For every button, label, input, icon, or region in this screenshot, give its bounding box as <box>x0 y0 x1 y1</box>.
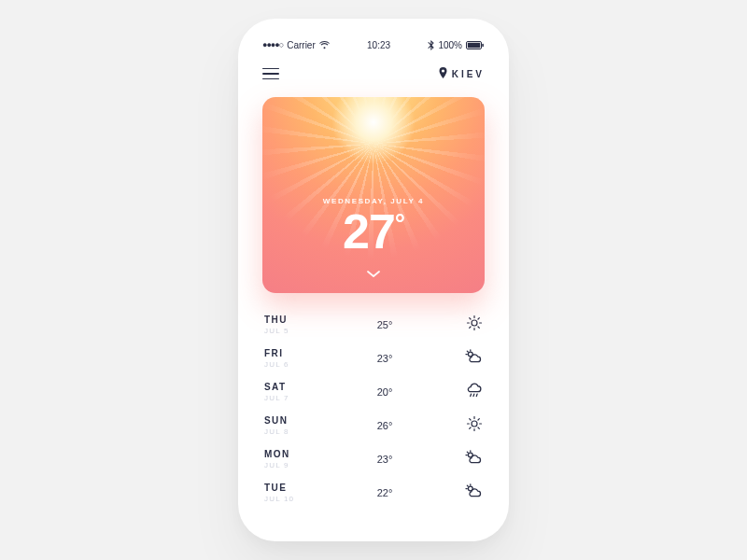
location-button[interactable]: KIEV <box>439 67 485 80</box>
phone-frame: ●●●●○ Carrier 10:23 100% KIEV <box>238 19 509 541</box>
forecast-row[interactable]: FRIJUL 623° <box>262 342 485 375</box>
svg-point-3 <box>472 320 477 326</box>
forecast-day-label: SUN <box>264 415 309 426</box>
forecast-temperature: 20° <box>309 386 460 398</box>
forecast-date-label: JUL 5 <box>264 327 309 335</box>
svg-line-11 <box>478 318 479 319</box>
forecast-temperature: 23° <box>309 454 460 465</box>
status-bar: ●●●●○ Carrier 10:23 100% <box>262 37 485 52</box>
location-label: KIEV <box>452 69 485 79</box>
forecast-day-label: THU <box>264 315 309 325</box>
clock-label: 10:23 <box>367 40 390 50</box>
partly-cloudy-icon <box>460 483 483 502</box>
svg-line-35 <box>467 485 468 486</box>
status-right: 100% <box>428 40 485 50</box>
svg-rect-2 <box>482 43 484 46</box>
svg-line-8 <box>470 318 471 319</box>
svg-line-24 <box>470 419 471 420</box>
forecast-day-block: SATJUL 7 <box>264 382 309 402</box>
forecast-row[interactable]: SUNJUL 826° <box>262 409 485 442</box>
forecast-day-block: TUEJUL 10 <box>264 483 309 503</box>
forecast-day-block: THUJUL 5 <box>264 315 309 335</box>
forecast-day-block: MONJUL 9 <box>264 449 309 469</box>
forecast-date-label: JUL 9 <box>264 461 309 469</box>
degree-symbol: ° <box>395 209 404 238</box>
forecast-temperature: 25° <box>309 319 460 330</box>
svg-line-31 <box>467 452 468 453</box>
menu-button[interactable] <box>262 68 279 80</box>
battery-percent-label: 100% <box>438 40 462 50</box>
svg-line-18 <box>476 394 477 396</box>
location-pin-icon <box>439 67 447 80</box>
forecast-temperature: 26° <box>309 420 460 431</box>
carrier-label: Carrier <box>287 40 316 50</box>
forecast-list: THUJUL 525° FRIJUL 623° SATJUL 720° SUNJ… <box>262 308 485 510</box>
forecast-date-label: JUL 10 <box>264 495 309 503</box>
battery-icon <box>466 41 485 49</box>
forecast-temperature: 22° <box>309 487 460 498</box>
forecast-day-label: FRI <box>264 348 309 358</box>
sun-icon <box>460 415 483 436</box>
partly-cloudy-icon <box>460 450 483 469</box>
svg-line-15 <box>467 351 468 352</box>
svg-rect-1 <box>468 42 480 47</box>
forecast-day-block: FRIJUL 6 <box>264 348 309 369</box>
forecast-date-label: JUL 6 <box>264 360 309 369</box>
svg-point-19 <box>472 421 477 427</box>
svg-line-16 <box>471 394 472 396</box>
status-left: ●●●●○ Carrier <box>262 40 330 50</box>
forecast-day-label: SAT <box>264 382 309 392</box>
forecast-row[interactable]: TUEJUL 1022° <box>262 476 485 510</box>
forecast-temperature: 23° <box>309 353 460 364</box>
partly-cloudy-icon <box>460 349 483 368</box>
forecast-date-label: JUL 7 <box>264 394 309 402</box>
svg-line-17 <box>473 394 474 396</box>
svg-line-10 <box>470 327 471 328</box>
forecast-row[interactable]: MONJUL 923° <box>262 442 485 476</box>
forecast-day-block: SUNJUL 8 <box>264 415 309 436</box>
forecast-date-label: JUL 8 <box>264 427 309 436</box>
forecast-row[interactable]: THUJUL 525° <box>262 308 485 342</box>
wifi-icon <box>319 41 330 49</box>
today-weather-card[interactable]: WEDNESDAY, JULY 4 27° <box>262 97 485 293</box>
svg-line-25 <box>478 427 479 428</box>
signal-strength-icon: ●●●●○ <box>262 40 283 49</box>
current-temperature: 27° <box>343 207 404 256</box>
svg-line-27 <box>478 419 479 420</box>
svg-line-26 <box>470 427 471 428</box>
rain-icon <box>460 382 483 402</box>
nav-bar: KIEV <box>262 65 485 82</box>
temperature-value: 27 <box>343 204 395 259</box>
svg-line-9 <box>478 327 479 328</box>
sun-icon <box>460 315 483 335</box>
forecast-day-label: MON <box>264 449 309 459</box>
bluetooth-icon <box>428 40 434 50</box>
forecast-row[interactable]: SATJUL 720° <box>262 375 485 409</box>
forecast-day-label: TUE <box>264 483 309 493</box>
expand-chevron-icon[interactable] <box>367 265 380 282</box>
